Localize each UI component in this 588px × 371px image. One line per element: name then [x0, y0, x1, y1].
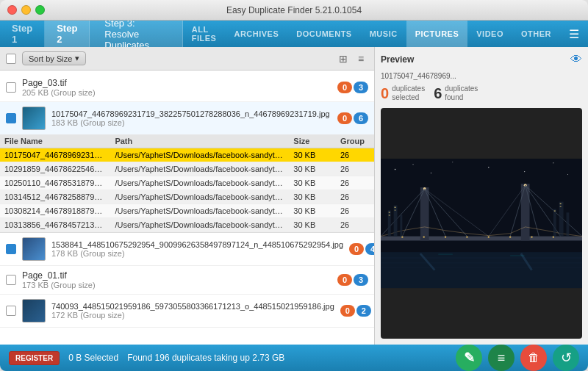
hamburger-menu[interactable]: ☰ [560, 21, 588, 47]
list-view-icon[interactable]: ≡ [354, 51, 368, 66]
cell-group: 26 [336, 218, 374, 232]
maximize-button[interactable] [35, 5, 45, 15]
list-item[interactable]: 10175047_44678969231719_3822575012782880… [0, 102, 374, 134]
cell-path: /Users/YaphetS/Downloads/facebook-sandyt… [110, 204, 289, 218]
cell-name: 10314512_446782588799096_6518... [0, 190, 110, 204]
svg-rect-45 [554, 210, 556, 211]
file-meta: 178 KB (Group size) [51, 249, 343, 258]
preview-stats: 0 duplicatesselected 6 duplicatesfound [381, 84, 582, 102]
preview-title: Preview [381, 54, 414, 65]
svg-point-8 [567, 174, 568, 175]
nav-step1[interactable]: Step 1 [0, 21, 45, 47]
file-thumbnail [22, 299, 46, 323]
cell-size: 30 KB [289, 190, 336, 204]
col-header-name: File Name [0, 134, 110, 148]
found-badge: 2 [356, 305, 371, 317]
list-button[interactable]: ≡ [488, 345, 514, 371]
table-row[interactable]: 10175047_44678969231719_382... /Users/Ya… [0, 148, 374, 162]
svg-rect-35 [388, 210, 391, 236]
item-checkbox[interactable] [6, 113, 16, 123]
cat-other[interactable]: OTHER [512, 21, 560, 47]
selected-badge: 0 [349, 243, 364, 255]
svg-rect-47 [560, 206, 562, 207]
svg-point-3 [431, 173, 431, 173]
item-checkbox[interactable] [6, 82, 16, 93]
found-badge: 6 [354, 112, 368, 124]
register-button[interactable]: REGISTER [9, 351, 60, 365]
cell-size: 30 KB [289, 204, 336, 218]
close-button[interactable] [7, 5, 17, 15]
col-header-group: Group [336, 134, 374, 148]
cell-path: /Users/YaphetS/Downloads/facebook-sandyt… [110, 162, 289, 176]
svg-rect-12 [521, 184, 530, 240]
table-row[interactable]: 10314512_446782588799096_6518... /Users/… [0, 190, 374, 204]
table-row[interactable]: 10250110_446785318798823_7629... /Users/… [0, 176, 374, 190]
file-info: 1538841_448510675292954_9009962635849789… [51, 240, 343, 258]
list-item[interactable]: 1538841_448510675292954_9009962635849789… [0, 233, 374, 266]
svg-point-2 [412, 164, 413, 165]
cell-group: 26 [336, 162, 374, 176]
delete-button[interactable]: 🗑 [520, 345, 547, 371]
eye-icon[interactable]: 👁 [570, 53, 582, 66]
cat-all-files[interactable]: ALL FILES [183, 21, 226, 47]
svg-point-4 [452, 162, 453, 162]
cell-size: 30 KB [289, 148, 336, 162]
list-toolbar: Sort by Size ▾ ⊞ ≡ [0, 47, 374, 71]
cat-archives[interactable]: ARCHIVES [225, 21, 287, 47]
svg-point-31 [531, 236, 532, 237]
minimize-button[interactable] [21, 5, 31, 15]
cell-name: 10313856_446784572132231_3659... [0, 218, 110, 232]
item-checkbox[interactable] [6, 275, 16, 285]
svg-rect-10 [381, 237, 582, 241]
main-content: Sort by Size ▾ ⊞ ≡ Page_03.tif 205 KB (G… [0, 47, 588, 345]
svg-point-25 [401, 236, 403, 237]
nav-bar: Step 1 Step 2 Step 3: Resolve Duplicates… [0, 21, 588, 47]
cell-path: /Users/YaphetS/Downloads/facebook-sandyt… [110, 148, 289, 162]
duplicates-selected-stat: 0 duplicatesselected [381, 84, 425, 102]
nav-step3[interactable]: Step 3: Resolve Duplicates [90, 21, 182, 47]
bottom-bar: REGISTER 0 B Selected Found 196 duplicat… [0, 345, 588, 371]
cat-documents[interactable]: DOCUMENTS [287, 21, 360, 47]
cell-group: 26 [336, 148, 374, 162]
item-checkbox[interactable] [6, 244, 16, 254]
sort-button[interactable]: Sort by Size ▾ [22, 51, 86, 65]
list-item[interactable]: Page_03.tif 205 KB (Group size) 0 3 [0, 73, 374, 102]
cat-pictures[interactable]: PICTURES [406, 21, 468, 47]
cell-group: 26 [336, 190, 374, 204]
list-item[interactable]: Page_01.tif 173 KB (Group size) 0 3 [0, 266, 374, 295]
svg-point-26 [423, 236, 425, 237]
file-info: Page_01.tif 173 KB (Group size) [22, 270, 331, 289]
file-name: Page_01.tif [22, 270, 331, 281]
col-header-path: Path [110, 134, 289, 148]
svg-rect-46 [560, 203, 562, 204]
cell-name: 10308214_446789188798436_7629... [0, 204, 110, 218]
nav-steps: Step 1 Step 2 Step 3: Resolve Duplicates [0, 21, 183, 47]
chevron-down-icon: ▾ [75, 54, 79, 63]
preview-header: Preview 👁 [381, 53, 582, 66]
svg-rect-9 [381, 252, 582, 288]
cell-path: /Users/YaphetS/Downloads/facebook-sandyt… [110, 176, 289, 190]
file-info: 10175047_44678969231719_3822575012782880… [51, 109, 331, 127]
svg-rect-38 [553, 209, 556, 236]
file-name: 10175047_44678969231719_3822575012782880… [51, 109, 331, 118]
edit-button[interactable]: ✎ [456, 345, 482, 371]
file-name: 1538841_448510675292954_9009962635849789… [51, 240, 343, 249]
table-row[interactable]: 10308214_446789188798436_7629... /Users/… [0, 204, 374, 218]
list-item[interactable]: 740093_448515021959186_59730558033661712… [0, 295, 374, 328]
cell-name: 10175047_44678969231719_382... [0, 148, 110, 162]
duplicates-selected-count: 0 [381, 85, 389, 102]
grid-view-icon[interactable]: ⊞ [336, 51, 351, 66]
table-row[interactable]: 10313856_446784572132231_3659... /Users/… [0, 218, 374, 232]
title-bar: Easy Duplicate Finder 5.21.0.1054 [0, 0, 588, 21]
nav-step2[interactable]: Step 2 [45, 21, 90, 47]
cat-music[interactable]: MUSIC [361, 21, 406, 47]
svg-point-30 [509, 236, 511, 237]
table-row[interactable]: 10291859_446786225465399_2003... /Users/… [0, 162, 374, 176]
select-all-checkbox[interactable] [6, 54, 16, 64]
item-checkbox[interactable] [6, 306, 16, 316]
file-list-container: Page_03.tif 205 KB (Group size) 0 3 1017… [0, 71, 374, 345]
cell-group: 26 [336, 176, 374, 190]
cat-video[interactable]: VIDEO [467, 21, 512, 47]
undo-button[interactable]: ↺ [553, 345, 579, 371]
file-table-container: File Name Path Size Group 10175047_44678… [0, 134, 374, 233]
